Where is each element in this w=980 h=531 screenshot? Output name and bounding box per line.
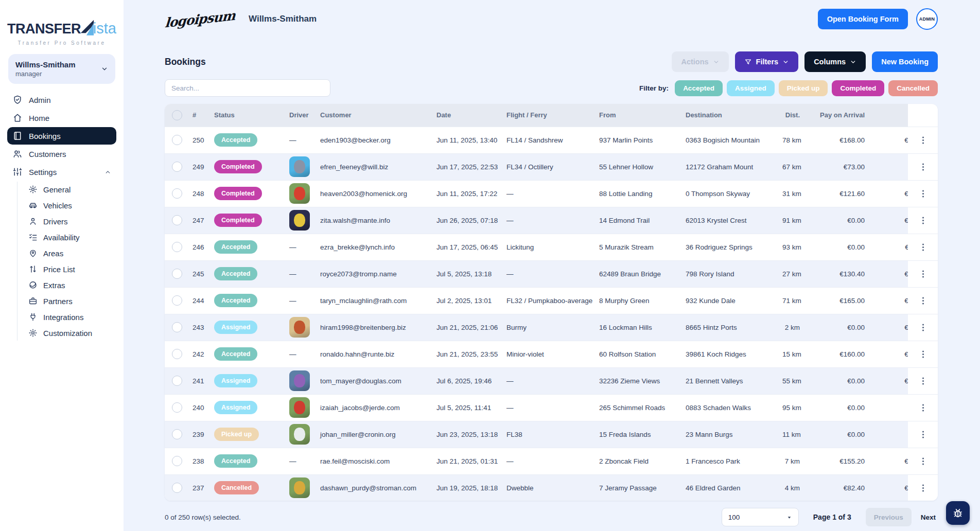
cell-customer-value: izaiah_jacobs@jerde.com — [320, 404, 400, 412]
sidebar-item-price-list[interactable]: Price List — [24, 261, 116, 277]
row-actions-button[interactable] — [916, 401, 930, 414]
next-page-button[interactable]: Next — [919, 514, 938, 521]
sidebar-item-customization[interactable]: Customization — [24, 325, 116, 341]
status-badge: Accepted — [214, 347, 257, 361]
cell-pay-value: €0.00 — [847, 324, 865, 331]
cell-from-value: 60 Rolfson Station — [599, 350, 656, 358]
cell-date-value: Jun 17, 2025, 22:53 — [436, 163, 498, 171]
cell-from: 88 Lottie Landing — [594, 180, 680, 207]
sidebar-item-extras[interactable]: Extras — [24, 277, 116, 293]
row-actions-button[interactable] — [916, 214, 930, 227]
cell-flight-value: Dwebble — [506, 484, 534, 492]
sidebar-item-label: Customers — [29, 150, 66, 158]
row-actions-button[interactable] — [916, 161, 930, 173]
table-row: 250Accepted—eden1903@becker.orgJun 11, 2… — [165, 127, 938, 153]
select-all-checkbox[interactable] — [172, 110, 182, 120]
row-checkbox[interactable] — [172, 215, 182, 225]
sidebar-item-label: Integrations — [43, 313, 83, 322]
sidebar-item-home[interactable]: Home — [7, 109, 116, 127]
debug-bug-button[interactable] — [946, 501, 970, 525]
sidebar-item-vehicles[interactable]: Vehicles — [24, 198, 116, 213]
row-checkbox[interactable] — [172, 135, 182, 145]
row-checkbox[interactable] — [172, 188, 182, 199]
sidebar-item-customers[interactable]: Customers — [7, 145, 116, 163]
row-actions-button[interactable] — [916, 428, 930, 441]
shield-icon — [12, 95, 23, 105]
cell-id-value: 250 — [192, 136, 204, 144]
cell-pay-value: €130.40 — [839, 270, 865, 278]
filters-button[interactable]: Filters — [735, 51, 799, 72]
sidebar-item-label: Home — [29, 114, 49, 122]
status-badge: Cancelled — [214, 481, 259, 494]
cell-dist-value: 91 km — [782, 217, 801, 224]
cell-dist-value: 11 km — [782, 431, 801, 438]
row-checkbox[interactable] — [172, 162, 182, 172]
row-actions-button[interactable] — [916, 241, 930, 254]
bookings-table-card: #StatusDriverCustomerDateFlight / FerryF… — [165, 104, 938, 501]
cell-flight: FL38 — [501, 421, 594, 448]
sidebar-item-label: Bookings — [29, 132, 61, 140]
actions-button[interactable]: Actions — [672, 51, 728, 72]
checklist-icon — [28, 233, 38, 242]
cell-pay-value: €168.00 — [839, 136, 865, 144]
row-actions-button[interactable] — [916, 482, 930, 494]
empty-value: — — [289, 297, 296, 305]
row-actions-button[interactable] — [916, 294, 930, 307]
status-badge: Accepted — [214, 133, 257, 147]
cell-flight-value: FL38 — [506, 431, 522, 438]
sidebar-item-bookings[interactable]: Bookings — [7, 127, 116, 145]
driver-avatar — [289, 317, 310, 338]
row-actions-button[interactable] — [916, 321, 930, 334]
row-checkbox[interactable] — [172, 322, 182, 332]
sidebar-item-general[interactable]: General — [24, 182, 116, 197]
cell-customer-value: dashawn_purdy@stroman.com — [320, 484, 416, 492]
row-actions-button[interactable] — [916, 268, 930, 280]
row-checkbox[interactable] — [172, 429, 182, 439]
row-checkbox[interactable] — [172, 242, 182, 252]
status-filter-completed[interactable]: Completed — [832, 80, 884, 96]
cell-id: 244 — [187, 287, 209, 314]
row-actions-button[interactable] — [916, 348, 930, 361]
new-booking-button[interactable]: New Booking — [872, 51, 938, 72]
row-actions-button[interactable] — [916, 187, 930, 200]
status-filter-cancelled[interactable]: Cancelled — [888, 80, 938, 96]
sidebar-item-label: General — [43, 185, 71, 194]
sidebar-item-partners[interactable]: Partners — [24, 293, 116, 309]
row-actions-button[interactable] — [916, 134, 930, 147]
workspace-selector[interactable]: Willms-Smitham manager — [8, 54, 115, 84]
row-checkbox[interactable] — [172, 269, 182, 279]
status-filter-accepted[interactable]: Accepted — [675, 80, 723, 96]
row-checkbox[interactable] — [172, 376, 182, 386]
cell-from: 16 Lockman Hills — [594, 314, 680, 341]
row-checkbox[interactable] — [172, 483, 182, 493]
sidebar-item-settings[interactable]: Settings — [7, 163, 116, 181]
status-filter-assigned[interactable]: Assigned — [727, 80, 775, 96]
header-dist: Dist. — [777, 104, 808, 127]
row-actions-button[interactable] — [916, 375, 930, 387]
page-size-select[interactable]: 100 — [722, 508, 799, 526]
cell-from-value: 55 Lehner Hollow — [599, 163, 653, 171]
admin-avatar[interactable]: ADMIN — [916, 8, 938, 30]
status-filter-picked-up[interactable]: Picked up — [779, 80, 828, 96]
sidebar-item-admin[interactable]: Admin — [7, 91, 116, 109]
sidebar-item-areas[interactable]: Areas — [24, 245, 116, 261]
cell-pay: €130.40 — [808, 260, 873, 287]
columns-button[interactable]: Columns — [804, 51, 866, 72]
cell-pay: €168.00 — [808, 127, 873, 153]
row-checkbox[interactable] — [172, 456, 182, 466]
cell-date: Jun 23, 2025, 13:18 — [431, 421, 501, 448]
cell-id-value: 242 — [192, 350, 204, 358]
sidebar-item-availability[interactable]: Availability — [24, 229, 116, 245]
sidebar-item-drivers[interactable]: Drivers — [24, 214, 116, 229]
row-checkbox[interactable] — [172, 295, 182, 306]
cell-dist: 67 km — [777, 153, 808, 180]
previous-page-button[interactable]: Previous — [866, 508, 912, 526]
row-checkbox[interactable] — [172, 402, 182, 413]
sidebar-item-integrations[interactable]: Integrations — [24, 309, 116, 325]
row-actions-button[interactable] — [916, 455, 930, 468]
pinned-actions-column — [908, 104, 938, 501]
row-checkbox[interactable] — [172, 349, 182, 359]
search-input[interactable] — [165, 79, 330, 97]
cell-destination: 36 Rodriguez Springs — [680, 234, 777, 260]
open-booking-form-button[interactable]: Open Booking Form — [818, 9, 908, 29]
